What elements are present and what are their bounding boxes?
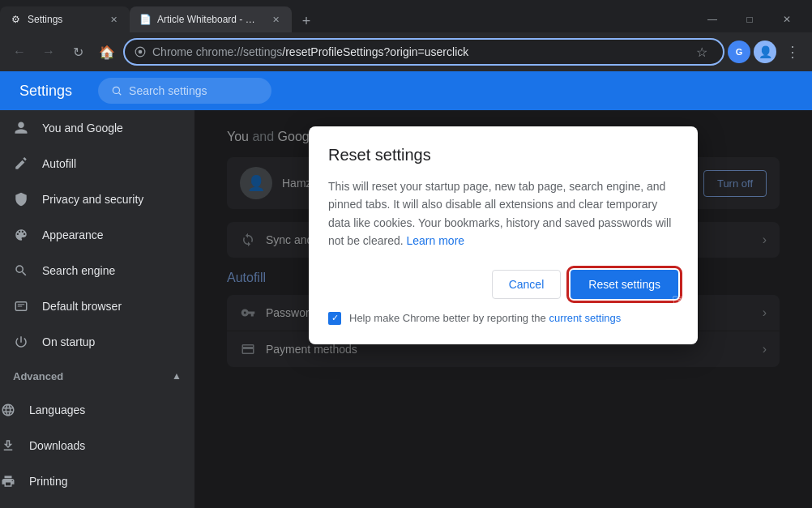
tab-settings[interactable]: ⚙ Settings ✕ bbox=[0, 6, 130, 32]
globe-icon bbox=[0, 402, 16, 418]
sidebar-item-default-browser[interactable]: Default browser bbox=[0, 288, 188, 324]
checkbox-wrapper: ✓ Help make Chrome better by reporting t… bbox=[328, 312, 621, 325]
sidebar-advanced-items: Languages Downloads Printing bbox=[0, 392, 194, 508]
svg-point-2 bbox=[113, 87, 119, 93]
tab-bar: ⚙ Settings ✕ 📄 Article Whiteboard - Goog… bbox=[0, 0, 812, 32]
close-button[interactable]: ✕ bbox=[768, 6, 806, 32]
back-button[interactable]: ← bbox=[6, 39, 32, 65]
home-button[interactable]: 🏠 bbox=[94, 39, 120, 65]
sidebar: You and Google Autofill Privacy and secu… bbox=[0, 110, 194, 508]
sidebar-label-downloads: Downloads bbox=[29, 439, 85, 452]
sidebar-label-languages: Languages bbox=[29, 403, 85, 416]
address-text: Chrome chrome://settings/resetProfileSet… bbox=[152, 45, 684, 58]
sidebar-item-you-and-google[interactable]: You and Google bbox=[0, 110, 188, 146]
maximize-button[interactable]: □ bbox=[731, 6, 768, 32]
sidebar-item-printing[interactable]: Printing bbox=[0, 463, 188, 499]
power-icon bbox=[13, 334, 29, 350]
sidebar-label-printing: Printing bbox=[29, 475, 67, 488]
download-icon bbox=[0, 438, 16, 454]
tab-docs[interactable]: 📄 Article Whiteboard - Google Doc ✕ bbox=[130, 6, 292, 32]
docs-tab-favicon: 📄 bbox=[139, 14, 151, 25]
bookmark-button[interactable]: ☆ bbox=[690, 41, 713, 63]
minimize-button[interactable]: — bbox=[694, 6, 731, 32]
advanced-arrow-icon: ▲ bbox=[172, 370, 182, 382]
sidebar-item-downloads[interactable]: Downloads bbox=[0, 428, 188, 463]
window-controls: — □ ✕ bbox=[694, 6, 806, 32]
sidebar-label-privacy: Privacy and security bbox=[42, 193, 143, 206]
sidebar-advanced-section[interactable]: Advanced ▲ bbox=[0, 360, 194, 392]
dialog-buttons: Cancel Reset settings ☞ bbox=[328, 270, 678, 299]
forward-button[interactable]: → bbox=[36, 39, 62, 65]
checkbox-label: Help make Chrome better by reporting the… bbox=[349, 312, 621, 324]
sidebar-label-default-browser: Default browser bbox=[42, 300, 122, 313]
current-settings-link[interactable]: current settings bbox=[549, 312, 621, 324]
sidebar-label-on-startup: On startup bbox=[42, 335, 95, 348]
reload-button[interactable]: ↻ bbox=[65, 39, 91, 65]
print-icon bbox=[0, 473, 16, 489]
site-icon bbox=[135, 46, 146, 58]
browser-window: ⚙ Settings ✕ 📄 Article Whiteboard - Goog… bbox=[0, 0, 812, 508]
checkbox-check-icon: ✓ bbox=[331, 313, 339, 323]
help-chrome-checkbox[interactable]: ✓ bbox=[328, 312, 341, 325]
person-icon bbox=[13, 120, 29, 136]
reset-btn-label: Reset settings bbox=[588, 278, 660, 291]
reset-settings-button[interactable]: Reset settings ☞ bbox=[571, 270, 678, 299]
sidebar-label-you-and-google: You and Google bbox=[42, 122, 123, 134]
edit-icon bbox=[13, 156, 29, 172]
settings-layout: You and Google Autofill Privacy and secu… bbox=[0, 110, 812, 508]
google-account-button[interactable]: G bbox=[728, 41, 750, 63]
sidebar-label-appearance: Appearance bbox=[42, 228, 104, 241]
sidebar-item-accessibility[interactable]: Accessibility bbox=[0, 499, 188, 508]
settings-title: Settings bbox=[19, 83, 72, 100]
dialog-title: Reset settings bbox=[328, 146, 678, 164]
svg-point-1 bbox=[139, 50, 143, 54]
reset-settings-dialog: Reset settings This will reset your star… bbox=[309, 126, 698, 344]
search-engine-icon bbox=[13, 263, 29, 279]
sidebar-label-search-engine: Search engine bbox=[42, 264, 115, 277]
modal-overlay: Reset settings This will reset your star… bbox=[194, 110, 812, 508]
sidebar-item-privacy[interactable]: Privacy and security bbox=[0, 181, 188, 217]
shield-icon bbox=[13, 191, 29, 207]
search-input[interactable] bbox=[129, 84, 259, 97]
dialog-body: This will reset your startup page, new t… bbox=[328, 177, 678, 250]
dialog-body-text: This will reset your startup page, new t… bbox=[328, 180, 671, 247]
cancel-button[interactable]: Cancel bbox=[492, 270, 562, 299]
docs-tab-title: Article Whiteboard - Google Doc bbox=[157, 14, 263, 25]
docs-tab-close[interactable]: ✕ bbox=[269, 13, 282, 26]
sidebar-label-autofill: Autofill bbox=[42, 157, 76, 170]
settings-search-bar[interactable] bbox=[98, 78, 271, 104]
advanced-label: Advanced bbox=[13, 370, 63, 382]
search-icon bbox=[111, 85, 122, 96]
sidebar-item-appearance[interactable]: Appearance bbox=[0, 217, 188, 253]
settings-tab-favicon: ⚙ bbox=[10, 14, 21, 25]
sidebar-item-search-engine[interactable]: Search engine bbox=[0, 253, 188, 288]
sidebar-item-autofill[interactable]: Autofill bbox=[0, 146, 188, 181]
dialog-footer: ✓ Help make Chrome better by reporting t… bbox=[328, 312, 678, 325]
learn-more-link[interactable]: Learn more bbox=[407, 234, 465, 247]
new-tab-button[interactable]: + bbox=[295, 10, 318, 32]
profile-button[interactable]: 👤 bbox=[754, 41, 776, 63]
cursor-icon: ☞ bbox=[672, 291, 685, 309]
address-bar-row: ← → ↻ 🏠 Chrome chrome://settings/resetPr… bbox=[0, 32, 812, 71]
settings-tab-title: Settings bbox=[28, 14, 100, 25]
settings-tab-close[interactable]: ✕ bbox=[107, 13, 120, 26]
sidebar-item-on-startup[interactable]: On startup bbox=[0, 324, 188, 360]
menu-button[interactable]: ⋮ bbox=[780, 39, 806, 65]
settings-header: Settings bbox=[0, 71, 812, 110]
palette-icon bbox=[13, 227, 29, 243]
default-browser-icon bbox=[13, 298, 29, 314]
sidebar-item-languages[interactable]: Languages bbox=[0, 392, 188, 428]
address-bar[interactable]: Chrome chrome://settings/resetProfileSet… bbox=[123, 38, 724, 66]
main-content: You and Google 👤 Hamza Waseem Turn off S… bbox=[194, 110, 812, 508]
